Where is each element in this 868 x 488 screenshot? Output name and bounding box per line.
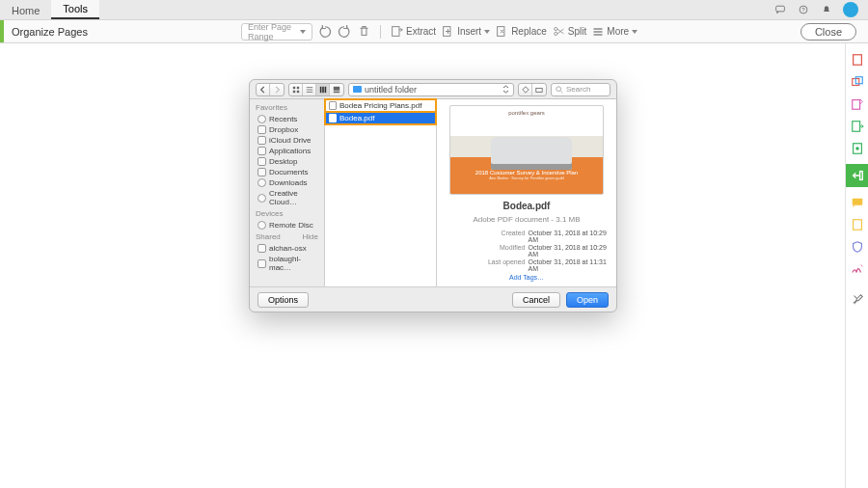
- extract-button[interactable]: Extract: [391, 25, 436, 38]
- tab-tools[interactable]: Tools: [51, 0, 99, 19]
- tool-green-icon[interactable]: [851, 142, 864, 155]
- toolbar-title: Organize Pages: [4, 26, 241, 38]
- svg-rect-30: [536, 88, 542, 92]
- add-tags-link[interactable]: Add Tags…: [509, 274, 544, 281]
- file-icon: [329, 114, 337, 122]
- split-button[interactable]: Split: [553, 25, 586, 38]
- open-button[interactable]: Open: [566, 292, 609, 308]
- sidebar-hide[interactable]: Hide: [303, 232, 318, 241]
- file-label: Bodea.pdf: [339, 114, 374, 122]
- sidebar-item-applications[interactable]: Applications: [250, 146, 324, 156]
- replace-button[interactable]: Replace: [496, 25, 547, 38]
- view-icons-icon[interactable]: [289, 84, 303, 95]
- svg-rect-14: [852, 100, 859, 110]
- dialog-sidebar: Favorites Recents Dropbox iCloud Drive A…: [250, 99, 325, 286]
- svg-rect-29: [334, 91, 339, 93]
- svg-rect-18: [859, 172, 862, 180]
- sidebar-item-documents[interactable]: Documents: [250, 167, 324, 177]
- page-range-placeholder: Enter Page Range: [248, 22, 300, 41]
- sign-icon[interactable]: [851, 262, 864, 276]
- dialog-footer: Options Cancel Open: [250, 286, 616, 312]
- tag-group-segment[interactable]: [518, 83, 547, 96]
- sidebar-item-recents[interactable]: Recents: [250, 114, 324, 124]
- path-dropdown[interactable]: untitled folder: [348, 83, 514, 96]
- sidebar-item-remotedisc[interactable]: Remote Disc: [250, 220, 324, 230]
- file-list: Bodea Pricing Plans.pdf Bodea.pdf: [325, 99, 437, 286]
- extract-label: Extract: [406, 26, 436, 37]
- chevron-down-icon: [484, 30, 490, 34]
- create-pdf-icon[interactable]: [851, 53, 864, 67]
- combine-icon[interactable]: [851, 75, 864, 89]
- nav-forward-icon[interactable]: [270, 84, 284, 95]
- chat-icon[interactable]: [773, 3, 787, 16]
- file-row-selected[interactable]: Bodea.pdf: [325, 112, 436, 124]
- svg-rect-25: [319, 86, 321, 92]
- organize-pages-icon[interactable]: [846, 164, 869, 187]
- sidebar-item-shared-1[interactable]: alchan-osx: [250, 243, 324, 254]
- right-tool-panel: [845, 43, 868, 488]
- more-tools-icon[interactable]: [851, 292, 864, 306]
- desktop-icon: [258, 157, 266, 166]
- help-icon[interactable]: ?: [797, 3, 810, 16]
- page-range-input[interactable]: Enter Page Range: [241, 23, 312, 41]
- sidebar-item-downloads[interactable]: Downloads: [250, 177, 324, 188]
- svg-rect-28: [334, 86, 339, 90]
- meta-created-label: Created: [445, 230, 526, 243]
- rotate-cw-icon[interactable]: [338, 25, 351, 39]
- cancel-button[interactable]: Cancel: [512, 292, 560, 308]
- close-button[interactable]: Close: [800, 23, 856, 41]
- fill-sign-icon[interactable]: [851, 218, 864, 231]
- tab-home[interactable]: Home: [0, 2, 51, 19]
- sidebar-item-icloud[interactable]: iCloud Drive: [250, 135, 324, 146]
- comment-icon[interactable]: [851, 196, 864, 209]
- options-button[interactable]: Options: [258, 292, 309, 308]
- path-label: untitled folder: [365, 85, 417, 95]
- avatar[interactable]: [843, 2, 858, 17]
- tag-icon[interactable]: [519, 84, 532, 95]
- protect-icon[interactable]: [851, 240, 864, 254]
- sidebar-header-devices: Devices: [250, 207, 324, 220]
- sidebar-item-shared-2[interactable]: bolaughl-mac…: [250, 254, 324, 273]
- recents-icon: [258, 115, 266, 123]
- svg-rect-9: [594, 31, 603, 33]
- divider: [380, 25, 381, 39]
- view-gallery-icon[interactable]: [330, 84, 343, 95]
- rotate-ccw-icon[interactable]: [318, 25, 332, 39]
- edit-pdf-icon[interactable]: [851, 97, 864, 111]
- sidebar-item-creativecloud[interactable]: Creative Cloud…: [250, 188, 324, 207]
- export-pdf-icon[interactable]: [851, 120, 864, 133]
- svg-text:?: ?: [801, 7, 804, 13]
- apps-icon: [258, 147, 266, 155]
- view-mode-segment[interactable]: [288, 83, 344, 96]
- dialog-toolbar: untitled folder Search: [250, 80, 616, 99]
- bell-icon[interactable]: [820, 3, 833, 16]
- more-button[interactable]: More: [592, 26, 637, 38]
- sidebar-header-favorites: Favorites: [250, 101, 324, 114]
- preview-filename: Bodea.pdf: [503, 201, 551, 211]
- svg-rect-0: [776, 6, 785, 12]
- svg-point-31: [556, 86, 561, 91]
- downloads-icon: [258, 178, 266, 187]
- cc-icon: [258, 194, 266, 203]
- dialog-search-input[interactable]: Search: [551, 83, 610, 96]
- split-label: Split: [568, 26, 586, 37]
- chevron-down-icon: [632, 30, 637, 34]
- group-icon[interactable]: [532, 84, 546, 95]
- svg-rect-20: [853, 220, 861, 230]
- search-icon: [556, 86, 563, 94]
- meta-created: October 31, 2018 at 10:29 AM: [529, 230, 610, 243]
- sidebar-item-dropbox[interactable]: Dropbox: [250, 124, 324, 135]
- svg-rect-27: [324, 86, 326, 92]
- trash-icon[interactable]: [357, 25, 370, 39]
- file-row[interactable]: Bodea Pricing Plans.pdf: [325, 99, 436, 112]
- nav-back-icon[interactable]: [257, 84, 270, 95]
- svg-rect-26: [322, 86, 324, 92]
- sidebar-item-desktop[interactable]: Desktop: [250, 156, 324, 167]
- view-list-icon[interactable]: [303, 84, 316, 95]
- view-columns-icon[interactable]: [316, 84, 330, 95]
- nav-back-forward[interactable]: [256, 83, 285, 96]
- insert-button[interactable]: Insert: [442, 25, 490, 38]
- svg-rect-8: [594, 28, 603, 30]
- meta-modified-label: Modified: [445, 244, 526, 258]
- svg-rect-24: [296, 90, 298, 92]
